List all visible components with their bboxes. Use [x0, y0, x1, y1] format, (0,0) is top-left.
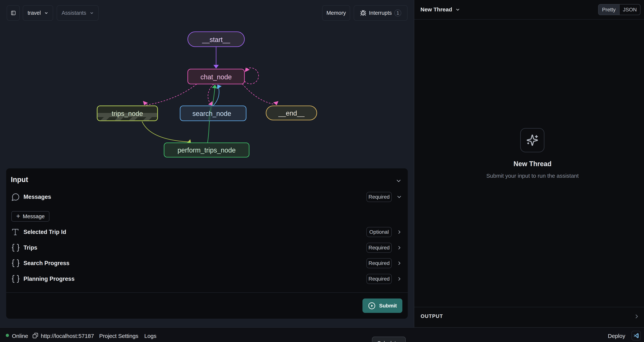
svg-text:chat_node: chat_node [200, 73, 232, 81]
svg-text:search_node: search_node [192, 110, 231, 117]
svg-text:__end__: __end__ [278, 109, 305, 117]
svg-text:__start__: __start__ [202, 36, 230, 44]
svg-text:perform_trips_node: perform_trips_node [178, 146, 236, 154]
svg-text:trips_node: trips_node [112, 110, 143, 117]
